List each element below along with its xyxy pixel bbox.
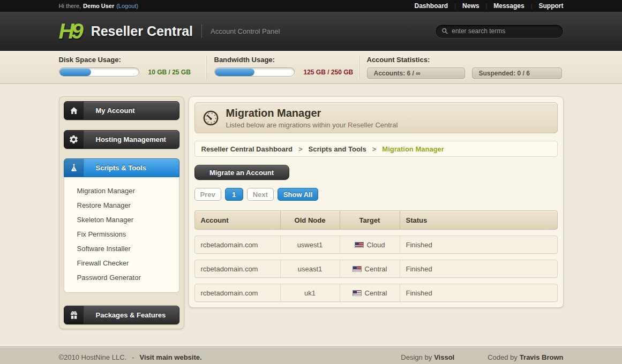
page-number-button[interactable]: 1 bbox=[225, 188, 243, 201]
old-node-cell: uk1 bbox=[281, 284, 340, 301]
table-row: rcbetadomain.com useast1 Central Finishe… bbox=[194, 260, 558, 278]
username: Demo User bbox=[83, 3, 114, 9]
search-icon bbox=[441, 27, 448, 35]
content-area: My Account Hosting Management Scripts & … bbox=[0, 84, 622, 346]
submenu-item-software-installer[interactable]: Software Installer bbox=[64, 241, 179, 256]
coded-credit: Coded byTravis Brown bbox=[485, 353, 563, 361]
brand-title: Reseller Central bbox=[91, 24, 193, 39]
disk-usage-value: 10 GB / 25 GB bbox=[148, 69, 191, 76]
page-header: Migration Manager Listed below are migra… bbox=[194, 102, 558, 133]
breadcrumb-scripts-tools[interactable]: Scripts and Tools bbox=[309, 145, 366, 153]
page-subtitle: Listed below are migrations within your … bbox=[226, 121, 398, 129]
breadcrumb: Reseller Central Dashboard > Scripts and… bbox=[194, 141, 558, 157]
sidebar-item-label: Hosting Management bbox=[84, 131, 166, 148]
sidebar-item-label: My Account bbox=[84, 102, 135, 119]
submenu-item-skeleton-manager[interactable]: Skeleton Manager bbox=[64, 213, 179, 227]
old-node-cell: useast1 bbox=[281, 260, 340, 277]
design-prefix: Design by bbox=[401, 353, 432, 361]
design-credit: Design byVissol bbox=[399, 353, 454, 361]
sidebar-item-packages-features[interactable]: Packages & Features bbox=[64, 306, 179, 324]
design-name: Vissol bbox=[434, 353, 454, 361]
sidebar-item-hosting-management[interactable]: Hosting Management bbox=[64, 130, 179, 149]
submenu-item-migration-manager[interactable]: Migration Manager bbox=[64, 184, 179, 198]
disk-usage-widget: Disk Space Usage: 10 GB / 25 GB bbox=[59, 56, 206, 79]
column-header-target: Target bbox=[340, 211, 400, 229]
logout-link[interactable]: (Logout) bbox=[116, 3, 138, 9]
user-greeting: Hi there, Demo User (Logout) bbox=[59, 3, 139, 9]
sidebar: My Account Hosting Management Scripts & … bbox=[59, 96, 184, 329]
submenu-item-password-generator[interactable]: Password Generator bbox=[64, 270, 179, 285]
bandwidth-usage-widget: Bandwidth Usage: 125 GB / 250 GB bbox=[206, 56, 359, 79]
disk-usage-fill bbox=[59, 68, 91, 76]
target-label: Central bbox=[365, 289, 387, 297]
main-panel: Migration Manager Listed below are migra… bbox=[189, 96, 564, 308]
page-title: Migration Manager bbox=[226, 107, 398, 119]
pagination: Prev 1 Next Show All bbox=[194, 188, 558, 201]
main-website-link[interactable]: Visit main website. bbox=[140, 353, 202, 361]
nav-separator: | bbox=[485, 3, 487, 9]
accounts-count-badge: Accounts: 6 / ∞ bbox=[367, 67, 465, 79]
show-all-button[interactable]: Show All bbox=[278, 188, 318, 201]
status-cell: Finished bbox=[400, 284, 557, 301]
target-cell: Central bbox=[340, 284, 400, 301]
prev-page-button[interactable]: Prev bbox=[194, 188, 221, 201]
breadcrumb-dashboard[interactable]: Reseller Central Dashboard bbox=[201, 145, 293, 153]
us-flag-icon bbox=[353, 290, 362, 296]
breadcrumb-separator: > bbox=[372, 145, 377, 153]
app-header: H9 Reseller Central Account Control Pane… bbox=[0, 12, 622, 51]
us-flag-icon bbox=[355, 242, 364, 248]
target-label: Cloud bbox=[367, 241, 385, 249]
disk-usage-progressbar bbox=[59, 67, 139, 77]
sidebar-item-my-account[interactable]: My Account bbox=[64, 101, 179, 120]
submenu-item-firewall-checker[interactable]: Firewall Checker bbox=[64, 256, 179, 270]
column-header-status: Status bbox=[400, 211, 557, 229]
suspended-count-badge: Suspended: 0 / 6 bbox=[472, 67, 562, 79]
column-header-old-node: Old Node bbox=[281, 211, 340, 229]
nav-news[interactable]: News bbox=[462, 2, 479, 10]
nav-separator: | bbox=[531, 3, 533, 9]
nav-support[interactable]: Support bbox=[539, 2, 564, 10]
sidebar-item-label: Scripts & Tools bbox=[84, 159, 146, 177]
coded-prefix: Coded by bbox=[488, 353, 518, 361]
gift-icon bbox=[64, 306, 84, 324]
search-input[interactable] bbox=[452, 27, 557, 35]
stats-bar: Disk Space Usage: 10 GB / 25 GB Bandwidt… bbox=[0, 51, 622, 84]
brand-subtitle: Account Control Panel bbox=[211, 27, 280, 35]
table-header: Account Old Node Target Status bbox=[194, 210, 558, 230]
us-flag-icon bbox=[353, 266, 362, 272]
next-page-button[interactable]: Next bbox=[247, 188, 274, 201]
migrate-account-button[interactable]: Migrate an Account bbox=[194, 165, 289, 180]
bandwidth-usage-label: Bandwidth Usage: bbox=[214, 56, 359, 64]
table-row: rcbetadomain.com uk1 Central Finished bbox=[194, 284, 558, 302]
gauge-icon bbox=[203, 110, 219, 126]
coded-name: Travis Brown bbox=[520, 353, 564, 361]
account-statistics-label: Account Statistics: bbox=[367, 56, 564, 64]
account-statistics-widget: Account Statistics: Accounts: 6 / ∞ Susp… bbox=[359, 56, 564, 79]
submenu-item-fix-permissions[interactable]: Fix Permissions bbox=[64, 227, 179, 241]
target-cell: Central bbox=[340, 260, 400, 277]
target-label: Central bbox=[365, 265, 387, 273]
home-icon bbox=[64, 102, 84, 119]
status-cell: Finished bbox=[400, 236, 557, 253]
submenu-item-restore-manager[interactable]: Restore Manager bbox=[64, 198, 179, 213]
target-cell: Cloud bbox=[340, 236, 400, 253]
copyright-text: ©2010 HostNine LLC. bbox=[59, 353, 127, 361]
sidebar-item-scripts-tools[interactable]: Scripts & Tools bbox=[64, 158, 179, 177]
account-cell: rcbetadomain.com bbox=[195, 284, 281, 301]
column-header-account: Account bbox=[195, 211, 281, 229]
brand-divider bbox=[201, 24, 202, 38]
bandwidth-usage-value: 125 GB / 250 GB bbox=[304, 69, 354, 76]
bandwidth-usage-fill bbox=[215, 68, 254, 76]
h9-logo: H9 bbox=[59, 20, 84, 42]
status-cell: Finished bbox=[400, 260, 557, 277]
search-box[interactable] bbox=[435, 24, 564, 39]
gear-icon bbox=[64, 131, 84, 148]
scripts-tools-submenu: Migration Manager Restore Manager Skelet… bbox=[64, 177, 179, 293]
nav-dashboard[interactable]: Dashboard bbox=[415, 2, 448, 10]
disk-usage-label: Disk Space Usage: bbox=[59, 56, 206, 64]
breadcrumb-current: Migration Manager bbox=[382, 145, 444, 153]
old-node-cell: uswest1 bbox=[281, 236, 340, 253]
top-navigation: Dashboard | News | Messages | Support bbox=[415, 2, 564, 10]
greeting-text: Hi there, bbox=[59, 3, 81, 9]
nav-messages[interactable]: Messages bbox=[493, 2, 524, 10]
